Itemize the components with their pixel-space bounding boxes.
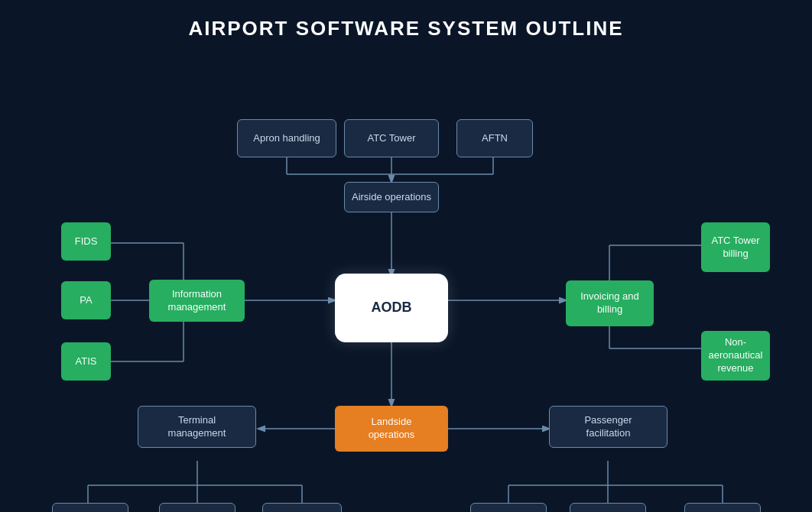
aodb-node: AODB bbox=[335, 274, 448, 342]
info-management-label: Information management bbox=[168, 288, 226, 314]
aftn-node: AFTN bbox=[456, 119, 533, 157]
apron-handling-label: Apron handling bbox=[253, 132, 320, 145]
atis-node: ATIS bbox=[61, 342, 111, 381]
atis-label: ATIS bbox=[76, 355, 97, 368]
resource-mgmt-node: Resource management bbox=[52, 503, 128, 512]
staff-mgmt-node: Staff management bbox=[159, 503, 235, 512]
fids-node: FIDS bbox=[61, 222, 111, 261]
common-use-node: Common use services bbox=[570, 503, 646, 512]
pa-node: PA bbox=[61, 281, 111, 319]
airside-operations-node: Airside operations bbox=[344, 182, 439, 212]
border-control-node: Border control bbox=[470, 503, 547, 512]
landside-ops-node: Landside operations bbox=[335, 406, 448, 452]
non-aero-label: Non- aeronautical revenue bbox=[709, 336, 763, 375]
invoicing-label: Invoicing and billing bbox=[580, 290, 639, 316]
terminal-mgmt-label: Terminal management bbox=[168, 414, 226, 440]
pa-label: PA bbox=[80, 294, 92, 307]
atc-tower-billing-node: ATC Tower billing bbox=[701, 222, 770, 272]
info-management-node: Information management bbox=[149, 280, 245, 322]
atc-tower-billing-label: ATC Tower billing bbox=[711, 235, 759, 261]
maintenance-node: Maintenance and monitoring bbox=[262, 503, 342, 512]
page-title: AIRPORT SOFTWARE SYSTEM OUTLINE bbox=[0, 0, 812, 48]
landside-ops-label: Landside operations bbox=[369, 416, 415, 442]
invoicing-node: Invoicing and billing bbox=[566, 280, 654, 326]
atc-tower-node: ATC Tower bbox=[344, 119, 439, 157]
apron-handling-node: Apron handling bbox=[237, 119, 336, 157]
non-aero-node: Non- aeronautical revenue bbox=[701, 331, 770, 381]
baggage-node: Baggage handling bbox=[684, 503, 761, 512]
passenger-facil-node: Passenger facilitation bbox=[549, 406, 667, 448]
terminal-mgmt-node: Terminal management bbox=[138, 406, 256, 448]
aftn-label: AFTN bbox=[482, 132, 508, 145]
aodb-label: AODB bbox=[372, 299, 412, 316]
diagram: Apron handling ATC Tower AFTN Airside op… bbox=[0, 48, 812, 512]
atc-tower-label: ATC Tower bbox=[367, 132, 415, 145]
airside-operations-label: Airside operations bbox=[352, 191, 431, 204]
passenger-facil-label: Passenger facilitation bbox=[584, 414, 632, 440]
fids-label: FIDS bbox=[75, 235, 98, 248]
